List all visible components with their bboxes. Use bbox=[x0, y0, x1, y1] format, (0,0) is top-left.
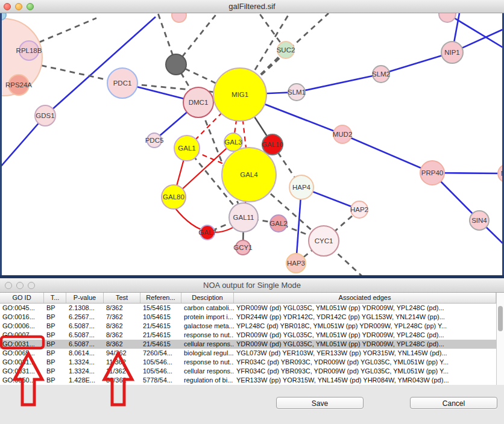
save-button[interactable]: Save bbox=[276, 397, 364, 409]
cell: GO:0031... bbox=[0, 358, 44, 367]
cell: cellular respons... bbox=[181, 340, 234, 349]
cell: YDR009W (pd) YGL035C, YML051W (pp) YDR00… bbox=[234, 331, 496, 340]
cell: 7/362 bbox=[104, 313, 140, 322]
table-row[interactable]: GO:0031...BP1.3324...11/362105/546...cel… bbox=[0, 367, 496, 376]
node-label: GAL80 bbox=[163, 193, 184, 201]
table-row[interactable]: GO:0016...BP6.2567...7/36210/54615protei… bbox=[0, 313, 496, 322]
network-node-DMC1[interactable]: DMC1 bbox=[183, 87, 213, 117]
node-circle[interactable] bbox=[172, 13, 186, 22]
node-circle[interactable] bbox=[166, 54, 186, 75]
cell: 6.5087... bbox=[66, 322, 104, 331]
network-node-CYC1[interactable]: CYC1 bbox=[309, 226, 339, 256]
network-node-GAL80[interactable]: GAL80 bbox=[162, 185, 186, 209]
cell: YFR034C (pd) YBR093C, YDR009W (pd) YGL03… bbox=[234, 367, 496, 376]
cell: galactose meta... bbox=[181, 322, 234, 331]
table-row[interactable]: GO:0031...BP1.3324...11/362105/546...res… bbox=[0, 358, 496, 367]
network-node-GAL7[interactable]: GAL7 bbox=[198, 225, 216, 240]
cell: BP bbox=[44, 331, 66, 340]
cell: 21/54615 bbox=[140, 331, 181, 340]
network-node-GAL10[interactable]: GAL10 bbox=[262, 134, 283, 155]
network-node-HAP4[interactable]: HAP4 bbox=[289, 175, 313, 199]
table-row[interactable]: GO:0050...BP1.428E...80/3625778/54...reg… bbox=[0, 376, 496, 385]
table-row[interactable]: GO:0006...BP6.5087...8/36221/54615galact… bbox=[0, 322, 496, 331]
column-header-t-[interactable]: T... bbox=[44, 293, 66, 303]
cell: BP bbox=[44, 313, 66, 322]
network-node-unnamed-dark[interactable] bbox=[166, 54, 186, 75]
network-node-SLM1[interactable]: SLM1 bbox=[288, 84, 306, 101]
network-node-GAL4[interactable]: GAL4 bbox=[222, 148, 276, 202]
node-label: GAL10 bbox=[262, 141, 283, 148]
column-header-test[interactable]: Test bbox=[104, 293, 140, 303]
cell: 10/54615 bbox=[140, 313, 181, 322]
cell: 1.3324... bbox=[66, 367, 104, 376]
scrollbar-thumb[interactable] bbox=[498, 306, 503, 331]
network-svg: RPL18BRPS24AGDS1PDC1DMC1MIG1SUC2SLM1SLM2… bbox=[0, 13, 504, 278]
node-label: GAL3 bbox=[224, 139, 242, 146]
screen: galFiltered.sif RPL18BRPS24AGDS1PDC1DMC1… bbox=[0, 0, 504, 424]
network-canvas[interactable]: RPL18BRPS24AGDS1PDC1DMC1MIG1SUC2SLM1SLM2… bbox=[0, 13, 504, 278]
network-node-GAL1[interactable]: GAL1 bbox=[174, 136, 200, 161]
node-label: SUC2 bbox=[277, 46, 295, 54]
cell: protein import i... bbox=[181, 313, 234, 322]
vertical-scrollbar[interactable] bbox=[496, 293, 504, 385]
node-label: NIP1 bbox=[444, 49, 460, 56]
network-node-GAL2[interactable]: GAL2 bbox=[269, 215, 287, 232]
cell: YDR244W (pp) YDR142C, YDR142C (pp) YGL15… bbox=[234, 313, 496, 322]
node-label: MIG1 bbox=[232, 91, 248, 98]
network-node-PDC1[interactable]: PDC1 bbox=[107, 68, 137, 98]
column-header-associated-edges[interactable]: Associated edges bbox=[234, 293, 496, 303]
network-window-titlebar[interactable]: galFiltered.sif bbox=[0, 0, 504, 13]
network-node-MUD2[interactable]: MUD2 bbox=[333, 125, 353, 143]
network-node-GAL3[interactable]: GAL3 bbox=[224, 133, 242, 151]
cell: 6.5087... bbox=[66, 331, 104, 340]
cancel-button[interactable]: Cancel bbox=[410, 397, 497, 409]
node-label: GAL1 bbox=[178, 145, 195, 152]
table-row[interactable]: GO:0031...BP6.5087...8/36221/54615cellul… bbox=[0, 340, 496, 349]
cell: GO:0045... bbox=[0, 304, 44, 313]
network-node-GAL11[interactable]: GAL11 bbox=[229, 203, 258, 232]
cell: GO:0031... bbox=[0, 367, 44, 376]
table-row[interactable]: GO:0065...BP8.0614...94/3627260/54...bio… bbox=[0, 349, 496, 358]
node-label: HAP3 bbox=[287, 260, 305, 267]
cell: 80/362 bbox=[104, 376, 140, 385]
table-body: GO:0045...BP2.1308...8/36215/54615carbon… bbox=[0, 304, 496, 385]
network-node-NIP1[interactable]: NIP1 bbox=[441, 42, 463, 63]
node-label: SLM2 bbox=[372, 70, 390, 78]
column-header-go-id[interactable]: GO ID bbox=[0, 293, 44, 303]
network-node-MIG1[interactable]: MIG1 bbox=[213, 68, 266, 121]
cell: response to nut... bbox=[181, 358, 234, 367]
cell: biological regul... bbox=[181, 349, 234, 358]
network-node-top-partial-b[interactable] bbox=[439, 13, 456, 22]
table-row[interactable]: GO:0045...BP2.1308...8/36215/54615carbon… bbox=[0, 304, 496, 313]
network-node-SIN4[interactable]: SIN4 bbox=[470, 211, 489, 230]
cell: 7260/54... bbox=[140, 349, 181, 358]
cell: 8/362 bbox=[104, 304, 140, 313]
network-node-SLM2[interactable]: SLM2 bbox=[372, 66, 390, 83]
node-label: GAL2 bbox=[269, 220, 287, 227]
noa-window-titlebar[interactable]: NOA output for Single Mode bbox=[0, 278, 504, 293]
cell: 11/362 bbox=[104, 358, 140, 367]
cell: BP bbox=[44, 349, 66, 358]
cell: 105/546... bbox=[140, 358, 181, 367]
node-label: RPS24A bbox=[5, 81, 32, 89]
column-header-p-value[interactable]: P-value bbox=[66, 293, 104, 303]
cell: BP bbox=[44, 322, 66, 331]
network-edge bbox=[45, 17, 156, 116]
node-label: PRP40 bbox=[421, 169, 443, 176]
network-node-HAP2[interactable]: HAP2 bbox=[350, 201, 368, 218]
network-node-top-partial-a[interactable] bbox=[172, 13, 186, 22]
node-label: PDC1 bbox=[113, 80, 132, 87]
network-node-SUC2[interactable]: SUC2 bbox=[277, 42, 295, 58]
cell: regulation of bi... bbox=[181, 376, 234, 385]
network-node-HAP3[interactable]: HAP3 bbox=[286, 254, 306, 273]
column-header-desciption[interactable]: Desciption bbox=[181, 293, 234, 303]
network-node-GDS1[interactable]: GDS1 bbox=[35, 105, 55, 126]
table-row[interactable]: GO:0007...BP6.5087...8/36221/54615respon… bbox=[0, 331, 496, 340]
network-node-GCY1[interactable]: GCY1 bbox=[233, 240, 252, 255]
column-header-referen-[interactable]: Referen... bbox=[140, 293, 181, 303]
node-label: GDS1 bbox=[36, 112, 54, 119]
network-node-PRP40[interactable]: PRP40 bbox=[420, 161, 444, 185]
cell: 21/54615 bbox=[140, 322, 181, 331]
node-circle[interactable] bbox=[439, 13, 456, 22]
cell: GO:0006... bbox=[0, 322, 44, 331]
